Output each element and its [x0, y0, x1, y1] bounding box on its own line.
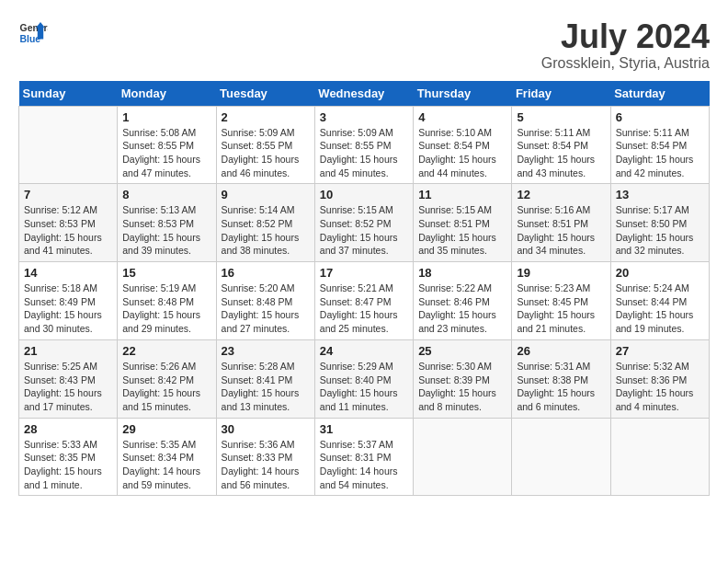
calendar-cell: 12Sunrise: 5:16 AM Sunset: 8:51 PM Dayli… [512, 184, 610, 262]
calendar-cell: 31Sunrise: 5:37 AM Sunset: 8:31 PM Dayli… [314, 418, 413, 496]
calendar-body: 1Sunrise: 5:08 AM Sunset: 8:55 PM Daylig… [19, 106, 710, 496]
day-info: Sunrise: 5:15 AM Sunset: 8:52 PM Dayligh… [320, 203, 408, 258]
calendar-cell: 14Sunrise: 5:18 AM Sunset: 8:49 PM Dayli… [19, 262, 118, 340]
calendar-cell: 2Sunrise: 5:09 AM Sunset: 8:55 PM Daylig… [216, 106, 314, 184]
day-info: Sunrise: 5:29 AM Sunset: 8:40 PM Dayligh… [320, 360, 408, 414]
calendar-cell: 16Sunrise: 5:20 AM Sunset: 8:48 PM Dayli… [216, 262, 314, 340]
calendar-week-row: 14Sunrise: 5:18 AM Sunset: 8:49 PM Dayli… [19, 262, 710, 340]
day-info: Sunrise: 5:32 AM Sunset: 8:36 PM Dayligh… [616, 360, 704, 414]
day-info: Sunrise: 5:33 AM Sunset: 8:35 PM Dayligh… [24, 438, 112, 492]
calendar-cell [512, 418, 610, 496]
day-info: Sunrise: 5:17 AM Sunset: 8:50 PM Dayligh… [616, 203, 704, 258]
day-info: Sunrise: 5:25 AM Sunset: 8:43 PM Dayligh… [24, 360, 112, 414]
calendar-cell [414, 418, 512, 496]
day-number: 21 [24, 344, 112, 358]
calendar-cell: 27Sunrise: 5:32 AM Sunset: 8:36 PM Dayli… [610, 339, 709, 418]
calendar-cell: 17Sunrise: 5:21 AM Sunset: 8:47 PM Dayli… [314, 262, 413, 340]
weekday-header: Saturday [610, 81, 709, 107]
calendar-week-row: 7Sunrise: 5:12 AM Sunset: 8:53 PM Daylig… [19, 184, 710, 262]
day-number: 22 [122, 344, 210, 358]
calendar-cell: 3Sunrise: 5:09 AM Sunset: 8:55 PM Daylig… [314, 106, 413, 184]
calendar-table: SundayMondayTuesdayWednesdayThursdayFrid… [18, 81, 710, 497]
day-number: 7 [24, 188, 112, 201]
calendar-cell: 7Sunrise: 5:12 AM Sunset: 8:53 PM Daylig… [19, 184, 118, 262]
day-info: Sunrise: 5:28 AM Sunset: 8:41 PM Dayligh… [222, 360, 310, 414]
day-number: 28 [24, 422, 112, 436]
logo: General Blue [18, 18, 48, 48]
month-year-title: July 2024 [541, 18, 710, 55]
day-info: Sunrise: 5:24 AM Sunset: 8:44 PM Dayligh… [616, 282, 704, 336]
calendar-cell: 10Sunrise: 5:15 AM Sunset: 8:52 PM Dayli… [314, 184, 413, 262]
calendar-cell: 8Sunrise: 5:13 AM Sunset: 8:53 PM Daylig… [118, 184, 216, 262]
day-info: Sunrise: 5:21 AM Sunset: 8:47 PM Dayligh… [320, 282, 408, 336]
calendar-cell: 5Sunrise: 5:11 AM Sunset: 8:54 PM Daylig… [512, 106, 610, 184]
calendar-cell: 30Sunrise: 5:36 AM Sunset: 8:33 PM Dayli… [216, 418, 314, 496]
day-info: Sunrise: 5:35 AM Sunset: 8:34 PM Dayligh… [122, 438, 210, 492]
day-info: Sunrise: 5:08 AM Sunset: 8:55 PM Dayligh… [122, 126, 210, 180]
day-number: 18 [418, 266, 506, 280]
day-number: 31 [320, 422, 408, 436]
day-info: Sunrise: 5:31 AM Sunset: 8:38 PM Dayligh… [517, 360, 605, 414]
day-number: 19 [517, 266, 605, 280]
day-info: Sunrise: 5:19 AM Sunset: 8:48 PM Dayligh… [122, 282, 210, 336]
calendar-cell: 6Sunrise: 5:11 AM Sunset: 8:54 PM Daylig… [610, 106, 709, 184]
calendar-cell: 18Sunrise: 5:22 AM Sunset: 8:46 PM Dayli… [414, 262, 512, 340]
weekday-header: Monday [118, 81, 216, 107]
day-info: Sunrise: 5:09 AM Sunset: 8:55 PM Dayligh… [320, 126, 408, 180]
calendar-header-row: SundayMondayTuesdayWednesdayThursdayFrid… [19, 81, 710, 107]
weekday-header: Tuesday [216, 81, 314, 107]
day-number: 30 [222, 422, 310, 436]
day-number: 14 [24, 266, 112, 280]
day-info: Sunrise: 5:26 AM Sunset: 8:42 PM Dayligh… [122, 360, 210, 414]
location-subtitle: Grossklein, Styria, Austria [541, 55, 710, 72]
calendar-cell: 24Sunrise: 5:29 AM Sunset: 8:40 PM Dayli… [314, 339, 413, 418]
day-info: Sunrise: 5:16 AM Sunset: 8:51 PM Dayligh… [517, 203, 605, 258]
day-number: 9 [222, 188, 310, 201]
weekday-header: Wednesday [314, 81, 413, 107]
day-number: 4 [418, 110, 506, 124]
day-number: 24 [320, 344, 408, 358]
day-number: 26 [517, 344, 605, 358]
day-info: Sunrise: 5:13 AM Sunset: 8:53 PM Dayligh… [122, 203, 210, 258]
weekday-header: Friday [512, 81, 610, 107]
day-info: Sunrise: 5:37 AM Sunset: 8:31 PM Dayligh… [320, 438, 408, 492]
calendar-cell: 25Sunrise: 5:30 AM Sunset: 8:39 PM Dayli… [414, 339, 512, 418]
calendar-cell: 20Sunrise: 5:24 AM Sunset: 8:44 PM Dayli… [610, 262, 709, 340]
calendar-cell: 9Sunrise: 5:14 AM Sunset: 8:52 PM Daylig… [216, 184, 314, 262]
weekday-header: Sunday [19, 81, 118, 107]
day-number: 3 [320, 110, 408, 124]
calendar-week-row: 21Sunrise: 5:25 AM Sunset: 8:43 PM Dayli… [19, 339, 710, 418]
svg-text:General: General [20, 23, 48, 33]
calendar-cell: 1Sunrise: 5:08 AM Sunset: 8:55 PM Daylig… [118, 106, 216, 184]
calendar-cell [610, 418, 709, 496]
calendar-cell: 13Sunrise: 5:17 AM Sunset: 8:50 PM Dayli… [610, 184, 709, 262]
day-number: 23 [222, 344, 310, 358]
calendar-cell: 28Sunrise: 5:33 AM Sunset: 8:35 PM Dayli… [19, 418, 118, 496]
day-info: Sunrise: 5:11 AM Sunset: 8:54 PM Dayligh… [517, 126, 605, 180]
calendar-cell: 26Sunrise: 5:31 AM Sunset: 8:38 PM Dayli… [512, 339, 610, 418]
calendar-cell: 21Sunrise: 5:25 AM Sunset: 8:43 PM Dayli… [19, 339, 118, 418]
day-info: Sunrise: 5:23 AM Sunset: 8:45 PM Dayligh… [517, 282, 605, 336]
day-number: 1 [122, 110, 210, 124]
day-info: Sunrise: 5:18 AM Sunset: 8:49 PM Dayligh… [24, 282, 112, 336]
calendar-cell: 15Sunrise: 5:19 AM Sunset: 8:48 PM Dayli… [118, 262, 216, 340]
day-number: 17 [320, 266, 408, 280]
logo-icon: General Blue [18, 18, 48, 48]
day-info: Sunrise: 5:11 AM Sunset: 8:54 PM Dayligh… [616, 126, 704, 180]
calendar-cell: 19Sunrise: 5:23 AM Sunset: 8:45 PM Dayli… [512, 262, 610, 340]
day-number: 20 [616, 266, 704, 280]
calendar-cell: 23Sunrise: 5:28 AM Sunset: 8:41 PM Dayli… [216, 339, 314, 418]
calendar-cell: 29Sunrise: 5:35 AM Sunset: 8:34 PM Dayli… [118, 418, 216, 496]
day-info: Sunrise: 5:36 AM Sunset: 8:33 PM Dayligh… [222, 438, 310, 492]
day-info: Sunrise: 5:09 AM Sunset: 8:55 PM Dayligh… [222, 126, 310, 180]
day-number: 5 [517, 110, 605, 124]
day-info: Sunrise: 5:12 AM Sunset: 8:53 PM Dayligh… [24, 203, 112, 258]
day-number: 15 [122, 266, 210, 280]
day-info: Sunrise: 5:14 AM Sunset: 8:52 PM Dayligh… [222, 203, 310, 258]
day-number: 8 [122, 188, 210, 201]
day-info: Sunrise: 5:22 AM Sunset: 8:46 PM Dayligh… [418, 282, 506, 336]
day-info: Sunrise: 5:15 AM Sunset: 8:51 PM Dayligh… [418, 203, 506, 258]
calendar-cell: 22Sunrise: 5:26 AM Sunset: 8:42 PM Dayli… [118, 339, 216, 418]
day-info: Sunrise: 5:20 AM Sunset: 8:48 PM Dayligh… [222, 282, 310, 336]
weekday-header: Thursday [414, 81, 512, 107]
